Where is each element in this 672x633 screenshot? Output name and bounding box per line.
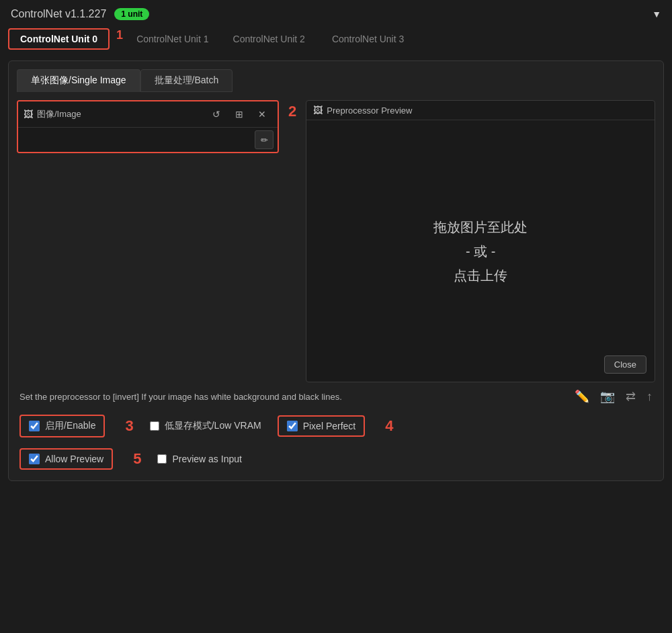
preview-panel-icon: 🖼 — [313, 105, 323, 116]
unit-badge: 1 unit — [114, 8, 149, 20]
enable-checkbox-group[interactable]: 启用/Enable — [19, 415, 105, 437]
preview-as-input-checkbox-group[interactable]: Preview as Input — [157, 450, 242, 468]
tab-unit-1[interactable]: ControlNet Unit 1 — [126, 28, 219, 50]
collapse-icon[interactable]: ▼ — [652, 9, 661, 19]
edit-icon[interactable]: ✏️ — [575, 389, 589, 404]
image-area-left: 🖼 图像/Image ↺ ⊞ ✕ — [17, 100, 279, 153]
number-3-badge: 3 — [125, 417, 133, 435]
pixel-perfect-checkbox[interactable] — [287, 421, 298, 431]
preview-panel-header: 🖼 Preprocessor Preview — [306, 101, 655, 120]
allow-preview-label: Allow Preview — [45, 454, 103, 464]
number-5-badge: 5 — [133, 450, 141, 468]
brush-button[interactable]: ✏ — [255, 130, 274, 149]
tab-unit-3[interactable]: ControlNet Unit 3 — [321, 28, 415, 50]
image-panel: 🖼 图像/Image ↺ ⊞ ✕ — [17, 100, 279, 153]
pixel-perfect-label: Pixel Perfect — [303, 421, 356, 431]
allow-preview-checkbox-group[interactable]: Allow Preview — [19, 448, 113, 470]
image-panel-label: 🖼 图像/Image — [24, 108, 81, 120]
enable-label: 启用/Enable — [45, 420, 95, 432]
swap-icon[interactable]: ⇄ — [626, 389, 636, 404]
enable-checkbox[interactable] — [29, 421, 40, 431]
pixel-perfect-checkbox-group[interactable]: Pixel Perfect — [278, 415, 366, 437]
info-row: Set the preprocessor to [invert] If your… — [17, 382, 655, 409]
preview-as-input-label: Preview as Input — [172, 454, 242, 464]
low-vram-label: 低显存模式/Low VRAM — [165, 420, 261, 432]
low-vram-checkbox-group[interactable]: 低显存模式/Low VRAM — [150, 416, 261, 436]
preview-as-input-checkbox[interactable] — [157, 454, 167, 464]
header-left: ControlNet v1.1.227 1 unit — [11, 8, 149, 20]
main-content: 单张图像/Single Image 批量处理/Batch 🖼 图像/Image — [0, 55, 672, 489]
main-panel: 单张图像/Single Image 批量处理/Batch 🖼 图像/Image — [8, 60, 664, 481]
camera-icon[interactable]: 📷 — [600, 389, 615, 404]
allow-preview-checkbox[interactable] — [29, 454, 40, 464]
brush-tools: ✏ — [18, 128, 278, 152]
low-vram-checkbox[interactable] — [150, 421, 159, 431]
tab-unit-0[interactable]: ControlNet Unit 0 — [8, 28, 110, 50]
rotate-button[interactable]: ↺ — [206, 104, 226, 124]
header: ControlNet v1.1.227 1 unit ▼ — [0, 0, 672, 26]
number-2-badge: 2 — [288, 100, 296, 120]
close-button[interactable]: Close — [604, 355, 646, 374]
drop-text: 拖放图片至此处 - 或 - 点击上传 — [433, 215, 528, 288]
images-area: 🖼 图像/Image ↺ ⊞ ✕ — [17, 100, 655, 382]
image-panel-header: 🖼 图像/Image ↺ ⊞ ✕ — [18, 101, 278, 128]
number-4-badge: 4 — [385, 417, 393, 435]
info-text: Set the preprocessor to [invert] If your… — [19, 392, 342, 402]
tab-unit-2[interactable]: ControlNet Unit 2 — [222, 28, 316, 50]
preview-panel: 🖼 Preprocessor Preview 拖放图片至此处 - 或 - 点击上… — [306, 100, 655, 382]
tab-batch[interactable]: 批量处理/Batch — [140, 69, 233, 92]
upload-icon[interactable]: ↑ — [646, 390, 653, 404]
panel-tabs: 单张图像/Single Image 批量处理/Batch — [17, 69, 655, 92]
options-row-2: Allow Preview 5 Preview as Input — [17, 443, 655, 472]
image-icon: 🖼 — [24, 109, 33, 120]
info-icons: ✏️ 📷 ⇄ ↑ — [575, 389, 653, 404]
app-title: ControlNet v1.1.227 — [11, 8, 106, 20]
number-1-badge: 1 — [116, 28, 123, 50]
options-row-1: 启用/Enable 3 低显存模式/Low VRAM Pixel Perfect… — [17, 409, 655, 443]
image-panel-actions: ↺ ⊞ ✕ — [206, 104, 272, 124]
crop-button[interactable]: ⊞ — [229, 104, 249, 124]
close-image-button[interactable]: ✕ — [252, 104, 272, 124]
preview-body[interactable]: 拖放图片至此处 - 或 - 点击上传 Close — [306, 120, 655, 382]
unit-tabs-row: ControlNet Unit 0 1 ControlNet Unit 1 Co… — [0, 26, 672, 55]
tab-single-image[interactable]: 单张图像/Single Image — [17, 69, 140, 92]
